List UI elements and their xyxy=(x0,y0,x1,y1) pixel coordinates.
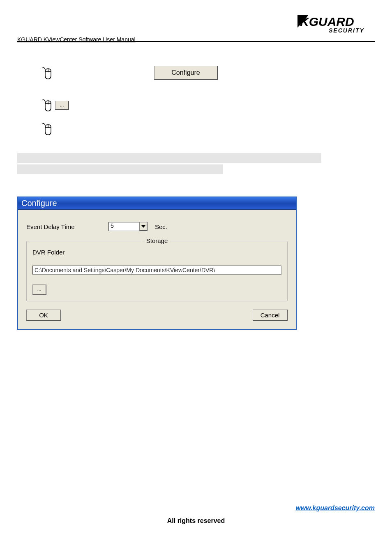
storage-fieldset: Storage DVR Folder ... xyxy=(26,241,288,301)
step-row-2: ... xyxy=(41,99,69,112)
footer-link[interactable]: www.kguardsecurity.com xyxy=(295,504,375,512)
gray-bar-2 xyxy=(17,164,223,174)
event-delay-combo[interactable]: 5 xyxy=(108,222,148,231)
storage-legend: Storage xyxy=(144,237,171,244)
footer-rights: All rights reserved xyxy=(0,517,392,525)
header-divider xyxy=(17,41,375,42)
sec-label: Sec. xyxy=(155,223,167,230)
cancel-button[interactable]: Cancel xyxy=(253,310,288,321)
configure-button[interactable]: Configure xyxy=(154,66,218,80)
browse-button[interactable]: ... xyxy=(32,284,46,295)
svg-text:KGUARD: KGUARD xyxy=(300,15,354,28)
dvr-path-input[interactable] xyxy=(32,266,281,275)
svg-text:SECURITY: SECURITY xyxy=(329,27,364,34)
event-delay-input[interactable]: 5 xyxy=(108,222,139,231)
dialog-title: Configure xyxy=(21,199,57,208)
chevron-down-icon[interactable] xyxy=(139,222,148,231)
mouse-click-icon xyxy=(41,67,53,80)
browse-small-button[interactable]: ... xyxy=(55,101,69,110)
configure-dialog: Configure Event Delay Time 5 Sec. Storag… xyxy=(17,197,297,330)
dvr-folder-label: DVR Folder xyxy=(32,249,281,256)
mouse-click-icon xyxy=(41,99,53,112)
mouse-click-icon xyxy=(41,123,53,136)
gray-bar-1 xyxy=(17,153,321,163)
step-row-1 xyxy=(41,67,53,80)
event-delay-label: Event Delay Time xyxy=(26,223,108,230)
ok-button[interactable]: OK xyxy=(26,310,61,321)
dialog-titlebar[interactable]: Configure xyxy=(18,197,296,210)
logo: KGUARD SECURITY xyxy=(297,14,375,34)
step-row-3 xyxy=(41,123,53,136)
